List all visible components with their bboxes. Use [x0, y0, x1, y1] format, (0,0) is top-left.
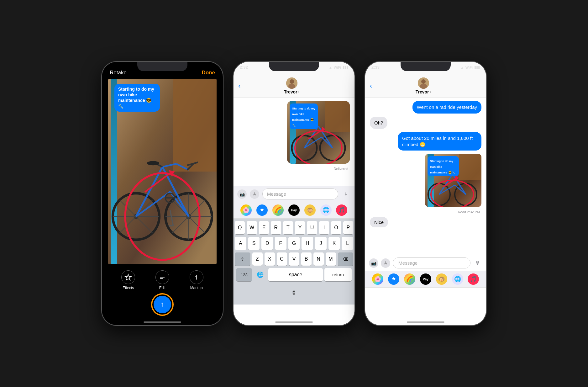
key-n[interactable]: N — [313, 252, 324, 266]
key-w[interactable]: W — [247, 221, 257, 234]
photo-bike-bg-2: Starting to do my own bike maintenance 😎… — [287, 101, 350, 164]
applepay-icon-2[interactable]: Pay — [288, 204, 300, 216]
svg-line-47 — [439, 174, 453, 194]
key-backspace[interactable]: ⌫ — [338, 252, 354, 266]
memoji-icon-3[interactable]: 🌈 — [404, 273, 415, 285]
camera-button-3[interactable]: 📷 — [369, 258, 378, 268]
key-return[interactable]: return — [324, 268, 352, 281]
key-r[interactable]: R — [271, 221, 281, 234]
key-globe[interactable]: 🌐 — [254, 268, 267, 281]
svg-line-50 — [455, 185, 466, 194]
photo-overlay-bubble-3: Starting to do my own bike maintenance 😎… — [428, 156, 459, 176]
music-icon-2[interactable]: 🎵 — [336, 204, 347, 216]
svg-line-49 — [439, 185, 455, 194]
edit-button[interactable]: Edit — [155, 270, 169, 290]
key-s[interactable]: S — [248, 237, 260, 250]
contact-info-3: Trevor › — [375, 77, 472, 94]
back-button-2[interactable]: ‹ — [238, 82, 240, 90]
svg-point-52 — [431, 180, 474, 207]
msg-row-sent-2: Got about 20 miles in and 1,600 ft climb… — [370, 131, 481, 151]
key-l[interactable]: L — [342, 237, 353, 250]
key-a[interactable]: A — [235, 237, 246, 250]
retake-button[interactable]: Retake — [110, 70, 127, 76]
avatar-image-2 — [286, 77, 297, 89]
key-i[interactable]: I — [319, 221, 329, 234]
imessage-header-3: ‹ Trevor › — [365, 62, 486, 98]
done-button[interactable]: Done — [202, 70, 215, 76]
key-f[interactable]: F — [275, 237, 286, 250]
kb-row-2: A S D F G H J K L — [235, 237, 353, 250]
appstore-icon-3[interactable] — [388, 273, 399, 285]
msg-row-photo-3: Starting to do my own bike maintenance 😎… — [370, 153, 481, 208]
key-q[interactable]: Q — [235, 221, 245, 234]
key-z[interactable]: Z — [252, 252, 263, 266]
contact-avatar-3[interactable] — [418, 77, 429, 89]
svg-line-36 — [304, 126, 318, 148]
markup-icon — [193, 274, 200, 281]
key-g[interactable]: G — [288, 237, 300, 250]
imessage-input-3[interactable]: iMessage — [393, 257, 470, 268]
key-b[interactable]: B — [301, 252, 312, 266]
key-y[interactable]: Y — [295, 221, 305, 234]
contact-avatar-2[interactable] — [286, 77, 297, 89]
appstore-icon-2[interactable] — [256, 204, 268, 216]
svg-point-41 — [295, 131, 342, 164]
photos-app-icon-3[interactable]: 🌸 — [372, 273, 383, 285]
markup-button[interactable]: Markup — [190, 270, 203, 290]
mic-button-3[interactable]: 🎙 — [473, 258, 482, 268]
monkey-icon-3[interactable]: 🐵 — [436, 273, 447, 285]
contact-name-row-3[interactable]: Trevor › — [416, 89, 431, 94]
globe-icon-3[interactable]: 🌐 — [452, 273, 463, 285]
apps-button-2[interactable]: A — [250, 189, 259, 199]
memoji-icon-2[interactable]: 🌈 — [272, 204, 284, 216]
key-t[interactable]: T — [283, 221, 293, 234]
back-button-3[interactable]: ‹ — [370, 82, 372, 90]
msg-sent-1[interactable]: Went on a rad ride yesterday — [412, 101, 481, 114]
bike-photo: Starting to do my own bike maintenance 😎… — [108, 79, 217, 264]
home-indicator-3 — [407, 321, 444, 323]
msg-recv-1[interactable]: Oh? — [370, 117, 387, 129]
photos-app-icon-2[interactable]: 🌸 — [240, 204, 252, 216]
send-button-outer[interactable]: ↑ — [151, 293, 174, 316]
home-indicator-2 — [275, 321, 313, 323]
key-k[interactable]: K — [328, 237, 340, 250]
key-j[interactable]: J — [315, 237, 327, 250]
key-e[interactable]: E — [259, 221, 269, 234]
photo-message-3[interactable]: Starting to do my own bike maintenance 😎… — [425, 154, 481, 207]
contact-name-row-2[interactable]: Trevor › — [284, 89, 300, 94]
svg-point-3 — [186, 214, 191, 219]
key-o[interactable]: O — [331, 221, 341, 234]
music-icon-3[interactable]: 🎵 — [468, 273, 479, 285]
photo-bike-bg-3: Starting to do my own bike maintenance 😎… — [425, 154, 481, 207]
input-bar-2: 📷 A Message 🎙 — [234, 186, 354, 202]
effects-button[interactable]: Effects — [121, 270, 135, 290]
monkey-icon-2[interactable]: 🐵 — [304, 204, 316, 216]
appstore-svg-3 — [391, 276, 397, 282]
key-x[interactable]: X — [265, 252, 275, 266]
key-shift[interactable]: ⇧ — [235, 252, 250, 266]
key-v[interactable]: V — [289, 252, 299, 266]
kb-mic-area: 🎙 — [235, 284, 353, 302]
msg-recv-2-text: Nice — [374, 220, 384, 225]
camera-button-2[interactable]: 📷 — [237, 189, 247, 199]
photo-message-2[interactable]: Starting to do my own bike maintenance 😎… — [287, 101, 350, 164]
apps-button-3[interactable]: A — [381, 258, 390, 268]
phone-2: 2:32 ▲ WiFi ▮▮▮ ‹ Trevor — [233, 61, 355, 326]
msg-recv-2[interactable]: Nice — [370, 217, 388, 227]
key-d[interactable]: D — [261, 237, 273, 250]
applepay-icon-3[interactable]: Pay — [420, 273, 431, 285]
key-m[interactable]: M — [326, 252, 336, 266]
key-mic[interactable]: 🎙 — [287, 286, 301, 300]
key-123[interactable]: 123 — [236, 268, 252, 281]
key-c[interactable]: C — [277, 252, 287, 266]
key-p[interactable]: P — [343, 221, 353, 234]
key-u[interactable]: U — [307, 221, 317, 234]
msg-sent-2[interactable]: Got about 20 miles in and 1,600 ft climb… — [398, 132, 481, 151]
key-h[interactable]: H — [302, 237, 313, 250]
svg-point-21 — [147, 161, 160, 165]
globe-icon-2[interactable]: 🌐 — [320, 204, 332, 216]
svg-point-32 — [290, 79, 294, 84]
mic-button-2[interactable]: 🎙 — [341, 189, 351, 199]
key-space[interactable]: space — [268, 268, 323, 281]
message-input-2[interactable]: Message — [262, 188, 338, 199]
